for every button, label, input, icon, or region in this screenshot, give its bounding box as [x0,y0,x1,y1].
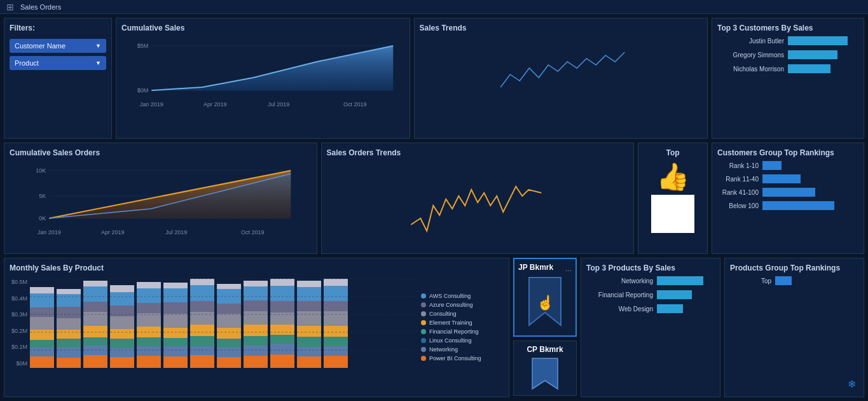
product-row-3: Web Design [586,304,715,313]
customer-bar-1 [788,36,858,45]
legend-item-networking: Networking [421,346,504,353]
bar-seg-nov-2 [297,347,321,356]
top3-products-card: Top 3 Products By Sales Networking Finan… [581,258,720,397]
legend-item-element: Element Training [421,320,504,326]
y-axis-labels: $0.5M $0.4M $0.3M $0.2M $0.1M $0M [10,276,30,378]
bar-seg-may-7 [137,288,161,303]
product-rank-label-1: Top [730,278,771,285]
bar-group-feb [57,279,81,368]
customer-name-filter[interactable]: Customer Name ▼ [10,39,106,53]
bar-seg-apr-7 [110,292,134,306]
bar-seg-feb-5 [57,318,81,330]
thumbs-up-icon: 👍 [656,161,689,192]
bar-seg-apr-5 [110,316,134,329]
bar-seg-jun-5 [163,314,188,328]
bar-seg-sep-4 [244,325,268,336]
stacked-bars-container [30,276,416,378]
legend-item-aws: AWS Consulting [421,293,504,299]
product-bar-fill-3 [657,304,683,313]
rank-label-2: Rank 11-40 [717,176,759,183]
rank-row-4: Below 100 [717,201,858,210]
rank-row-3: Rank 41-100 [717,188,858,197]
legend-item-powerbi: Power BI Consulting [421,355,504,362]
rank-bar-fill-4 [762,201,834,210]
legend-item-linux: Linux Consulting [421,337,504,344]
bar-seg-aug-5 [217,314,241,328]
bar-seg-feb-3 [57,339,81,348]
legend-label-linux: Linux Consulting [429,337,472,344]
top-label: Top [666,148,679,157]
rank-bar-2 [762,174,858,183]
bar-seg-oct-6 [270,301,294,313]
bottom-row: Monthly Sales By Product $0.5M $0.4M $0.… [4,258,864,397]
rank-label-4: Below 100 [717,202,759,209]
product-rank-bar-fill-1 [775,276,792,285]
legend-dot-aws [421,293,426,299]
legend-label-aws: AWS Consulting [429,293,471,299]
top-row: Filters: Customer Name ▼ Product ▼ Cumul… [4,18,864,139]
product-filter[interactable]: Product ▼ [10,56,106,70]
product-name-3: Web Design [586,306,653,313]
svg-text:Jul 2019: Jul 2019 [268,101,289,108]
cp-bookmark-card[interactable]: CP Bkmrk [513,341,577,396]
bar-seg-jul-1 [190,355,214,368]
bar-seg-sep-8 [244,281,268,286]
bar-seg-sep-6 [244,300,268,311]
legend-dot-element [421,320,426,325]
bar-seg-may-1 [137,356,161,368]
bar-seg-dec-7 [324,286,348,301]
jp-bookmark-card[interactable]: JP Bkmrk ... ☝ [513,258,577,337]
bar-seg-dec-1 [324,356,348,368]
legend-label-powerbi: Power BI Consulting [429,355,481,362]
dots-menu-icon[interactable]: ... [565,264,572,273]
product-bar-3 [657,304,715,313]
bar-seg-nov-8 [297,281,321,287]
bar-seg-sep-7 [244,286,268,300]
bar-group-dec [324,279,348,368]
bar-seg-jan-6 [30,307,54,317]
rank-bar-3 [762,188,858,197]
bar-seg-mar-2 [83,346,107,355]
svg-text:Jan 2019: Jan 2019 [140,101,163,108]
bar-seg-dec-6 [324,301,348,311]
svg-text:5K: 5K [39,193,46,199]
legend-dot-linux [421,338,426,343]
customer-row-2: Gregory Simmons [717,50,858,59]
rank-bar-1 [762,161,858,170]
bar-seg-oct-5 [270,313,294,325]
rank-bar-fill-1 [762,161,782,170]
page-title: Sales Orders [20,3,61,11]
bar-seg-feb-2 [57,348,81,358]
bar-seg-oct-2 [270,344,294,355]
rank-bar-fill-2 [762,174,801,183]
customer-bar-2 [788,50,858,59]
legend-label-financial: Financial Reporting [429,328,479,335]
bar-seg-apr-2 [110,348,134,357]
bar-group-mar [83,279,107,368]
filters-panel: Filters: Customer Name ▼ Product ▼ [4,18,112,139]
bar-seg-may-2 [137,346,161,356]
legend-dot-azure [421,302,426,307]
bar-seg-aug-7 [217,289,241,304]
bar-seg-may-4 [137,327,161,337]
bar-seg-feb-8 [57,289,81,294]
bar-seg-may-5 [137,313,161,327]
white-box [651,195,694,233]
top-icon-card: Top 👍 [638,143,708,254]
bar-seg-sep-2 [244,346,268,356]
bar-seg-may-8 [137,282,161,288]
legend-label-networking: Networking [429,346,458,353]
bar-seg-jun-1 [163,356,188,368]
bar-seg-mar-3 [83,337,107,346]
monthly-sales-content: $0.5M $0.4M $0.3M $0.2M $0.1M $0M [10,276,504,378]
svg-text:Oct 2019: Oct 2019 [241,229,265,236]
bar-seg-jun-4 [163,328,188,338]
bar-seg-jan-4 [30,330,54,340]
y-label-2: $0.2M [10,328,27,334]
bar-seg-dec-2 [324,346,348,356]
customer-bar-fill-3 [788,64,830,73]
customer-bar-fill-1 [788,36,848,45]
svg-text:0K: 0K [39,215,46,222]
grid-icon: ⊞ [6,2,14,12]
bar-seg-aug-4 [217,328,241,339]
